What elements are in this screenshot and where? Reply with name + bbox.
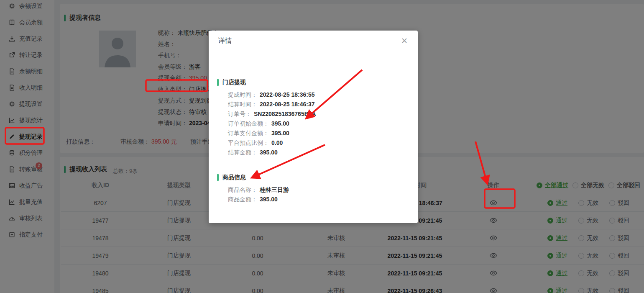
modal-detail-row: 平台扣点比例：0.00 bbox=[228, 138, 409, 148]
modal-detail-row: 订单号：SN2208251836765BFA bbox=[228, 109, 409, 119]
modal-section-title: 商品信息 bbox=[217, 174, 409, 181]
modal-section-title: 门店提现 bbox=[217, 79, 409, 86]
detail-label: 订单支付金额： bbox=[228, 130, 269, 136]
app-root: 余额设置会员余额充值记录转让记录余额明细收入明细提现设置提现统计提现记录积分管理… bbox=[0, 0, 644, 293]
detail-value: 2022-08-25 18:46:37 bbox=[260, 101, 315, 108]
detail-label: 平台扣点比例： bbox=[228, 139, 269, 146]
modal-detail-row: 结算时间：2022-08-25 18:46:37 bbox=[228, 100, 409, 109]
modal-section: 商品信息商品名称：桂林三日游商品金额：395.00 bbox=[217, 174, 409, 204]
detail-modal: 详情 ✕ 门店提现提成时间：2022-08-25 18:36:55结算时间：20… bbox=[209, 31, 418, 223]
section-accent-bar bbox=[217, 79, 219, 86]
detail-value: 0.00 bbox=[271, 139, 283, 146]
detail-label: 商品金额： bbox=[228, 196, 257, 203]
detail-label: 结算金额： bbox=[228, 149, 257, 156]
modal-title: 详情 bbox=[218, 36, 232, 46]
detail-label: 结算时间： bbox=[228, 101, 257, 108]
modal-close-icon[interactable]: ✕ bbox=[399, 36, 410, 45]
detail-value: 395.00 bbox=[260, 196, 278, 203]
modal-detail-row: 商品名称：桂林三日游 bbox=[228, 185, 409, 195]
detail-value: SN2208251836765BFA bbox=[254, 111, 316, 117]
section-title-text: 商品信息 bbox=[222, 174, 246, 181]
detail-value: 395.00 bbox=[260, 149, 278, 156]
section-accent-bar bbox=[217, 174, 219, 181]
detail-label: 订单号： bbox=[228, 111, 251, 117]
detail-label: 订单初始金额： bbox=[228, 120, 269, 127]
modal-detail-row: 提成时间：2022-08-25 18:36:55 bbox=[228, 90, 409, 100]
detail-value: 395.00 bbox=[271, 130, 289, 136]
modal-detail-row: 订单初始金额：395.00 bbox=[228, 119, 409, 129]
detail-value: 395.00 bbox=[271, 120, 289, 127]
modal-detail-row: 商品金额：395.00 bbox=[228, 195, 409, 204]
detail-value: 2022-08-25 18:36:55 bbox=[260, 91, 315, 98]
modal-section: 门店提现提成时间：2022-08-25 18:36:55结算时间：2022-08… bbox=[217, 79, 409, 157]
detail-label: 提成时间： bbox=[228, 91, 257, 98]
section-title-text: 门店提现 bbox=[222, 79, 246, 86]
detail-value: 桂林三日游 bbox=[260, 186, 289, 193]
detail-label: 商品名称： bbox=[228, 186, 257, 193]
modal-detail-row: 结算金额：395.00 bbox=[228, 148, 409, 157]
modal-detail-row: 订单支付金额：395.00 bbox=[228, 129, 409, 138]
